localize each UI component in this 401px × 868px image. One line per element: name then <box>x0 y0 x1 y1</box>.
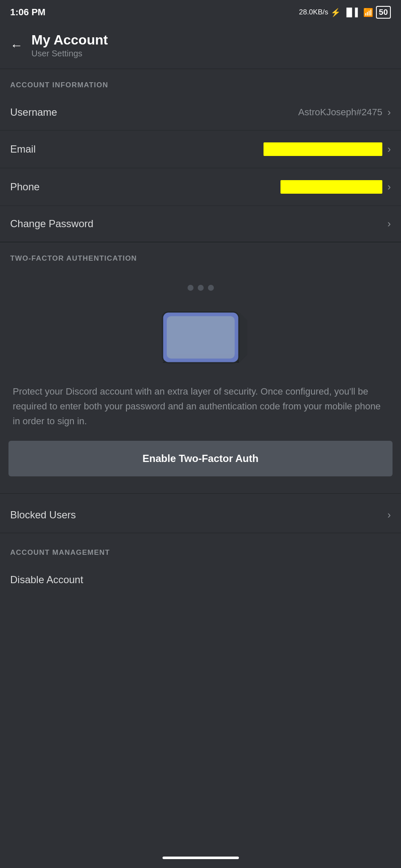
blocked-users-chevron: › <box>387 509 391 521</box>
bluetooth-icon: ⚡ <box>331 8 341 17</box>
page-subtitle: User Settings <box>31 49 108 58</box>
phone-chevron: › <box>387 181 391 193</box>
bottom-navigation-bar <box>0 848 401 868</box>
tfa-illustration <box>0 268 401 380</box>
section-divider-2 <box>0 493 401 494</box>
tfa-section: Protect your Discord account with an ext… <box>0 268 401 493</box>
wifi-icon: 📶 <box>363 8 373 17</box>
tfa-section-label: TWO-FACTOR AUTHENTICATION <box>0 242 401 268</box>
back-button[interactable]: ← <box>10 38 23 53</box>
tfa-button-wrap: Enable Two-Factor Auth <box>0 441 401 485</box>
change-password-row[interactable]: Change Password › <box>0 206 401 242</box>
blocked-users-label: Blocked Users <box>10 509 76 521</box>
header-text: My Account User Settings <box>31 32 108 58</box>
tfa-dot-3 <box>208 285 214 291</box>
phone-redacted <box>280 180 382 194</box>
phone-row[interactable]: Phone › <box>0 168 401 206</box>
blocked-users-section: Blocked Users › <box>0 497 401 533</box>
phone-illustration <box>154 303 247 367</box>
change-password-chevron: › <box>387 218 391 230</box>
signal-icon: ▐▌▌ <box>343 8 360 17</box>
status-bar: 1:06 PM 28.0KB/s ⚡ ▐▌▌ 📶 50 <box>0 0 401 24</box>
username-row[interactable]: Username AstroKJoseph#2475 › <box>0 95 401 131</box>
blocked-users-row[interactable]: Blocked Users › <box>0 497 401 533</box>
tfa-dot-1 <box>188 285 193 291</box>
change-password-chevron-wrap: › <box>387 218 391 230</box>
speed-indicator: 28.0KB/s <box>299 8 328 17</box>
account-info-section-label: ACCOUNT INFORMATION <box>0 69 401 95</box>
username-label: Username <box>10 106 57 118</box>
tfa-dot-2 <box>198 285 204 291</box>
username-chevron: › <box>387 106 391 118</box>
home-indicator <box>163 857 239 859</box>
status-icons: 28.0KB/s ⚡ ▐▌▌ 📶 50 <box>299 6 391 19</box>
username-value: AstroKJoseph#2475 <box>298 107 382 118</box>
tfa-description: Protect your Discord account with an ext… <box>0 380 401 441</box>
disable-account-label: Disable Account <box>10 574 83 586</box>
email-redacted <box>264 142 382 156</box>
tfa-dots <box>188 285 214 291</box>
username-value-wrap: AstroKJoseph#2475 › <box>298 106 391 118</box>
page-title: My Account <box>31 32 108 48</box>
svg-rect-3 <box>167 316 235 359</box>
account-management-section: ACCOUNT MANAGEMENT Disable Account <box>0 537 401 598</box>
email-value-wrap: › <box>264 142 391 156</box>
status-time: 1:06 PM <box>10 7 45 18</box>
phone-label: Phone <box>10 181 39 193</box>
enable-tfa-button[interactable]: Enable Two-Factor Auth <box>8 441 393 476</box>
phone-value-wrap: › <box>280 180 391 194</box>
svg-marker-1 <box>239 312 247 363</box>
battery-indicator: 50 <box>376 6 391 19</box>
page-header: ← My Account User Settings <box>0 24 401 69</box>
section-divider-3 <box>0 533 401 533</box>
account-mgmt-label: ACCOUNT MANAGEMENT <box>0 537 401 562</box>
change-password-label: Change Password <box>10 218 93 230</box>
email-label: Email <box>10 143 36 155</box>
email-row[interactable]: Email › <box>0 131 401 168</box>
email-chevron: › <box>387 143 391 155</box>
disable-account-row[interactable]: Disable Account <box>0 562 401 598</box>
blocked-users-chevron-wrap: › <box>387 509 391 521</box>
